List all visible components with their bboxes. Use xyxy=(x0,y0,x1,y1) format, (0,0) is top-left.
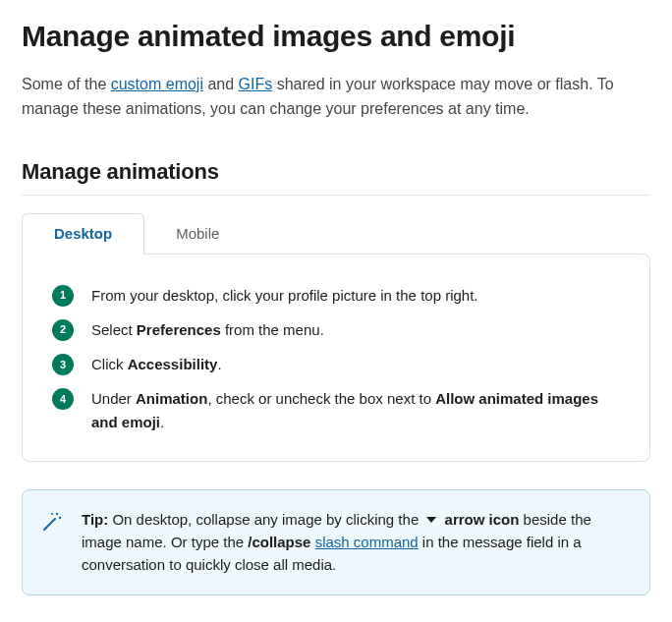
intro-text: Some of the xyxy=(22,76,111,92)
tabs: Desktop Mobile xyxy=(22,213,650,254)
caret-down-icon xyxy=(426,517,436,523)
step-text: Select Preferences from the menu. xyxy=(91,318,324,341)
step-item: 1 From your desktop, click your profile … xyxy=(52,284,620,307)
svg-point-0 xyxy=(56,513,58,515)
intro-text: and xyxy=(203,76,239,92)
step-number-badge: 4 xyxy=(52,388,74,410)
tip-callout: Tip: On desktop, collapse any image by c… xyxy=(22,489,650,595)
tab-panel-desktop: 1 From your desktop, click your profile … xyxy=(22,254,650,462)
slash-command-link[interactable]: slash command xyxy=(315,534,419,550)
step-text: Click Accessibility. xyxy=(91,353,222,375)
tip-text: Tip: On desktop, collapse any image by c… xyxy=(82,508,628,577)
tab-mobile[interactable]: Mobile xyxy=(144,213,251,254)
intro-paragraph: Some of the custom emoji and GIFs shared… xyxy=(22,73,650,122)
svg-point-1 xyxy=(59,517,61,519)
divider xyxy=(22,195,650,196)
tip-label: Tip: xyxy=(82,511,108,528)
page-title: Manage animated images and emoji xyxy=(22,20,650,53)
custom-emoji-link[interactable]: custom emoji xyxy=(111,76,203,92)
gifs-link[interactable]: GIFs xyxy=(239,76,273,92)
step-item: 2 Select Preferences from the menu. xyxy=(52,318,620,341)
section-title: Manage animations xyxy=(22,159,650,185)
step-item: 3 Click Accessibility. xyxy=(52,353,620,375)
tab-desktop[interactable]: Desktop xyxy=(22,213,144,254)
step-number-badge: 3 xyxy=(52,354,74,375)
step-number-badge: 1 xyxy=(52,285,74,307)
step-number-badge: 2 xyxy=(52,319,74,341)
step-item: 4 Under Animation, check or uncheck the … xyxy=(52,387,620,433)
magic-wand-icon xyxy=(40,510,64,577)
step-text: Under Animation, check or uncheck the bo… xyxy=(91,387,620,433)
svg-point-2 xyxy=(51,513,53,515)
step-text: From your desktop, click your profile pi… xyxy=(91,284,478,307)
steps-list: 1 From your desktop, click your profile … xyxy=(52,284,620,433)
